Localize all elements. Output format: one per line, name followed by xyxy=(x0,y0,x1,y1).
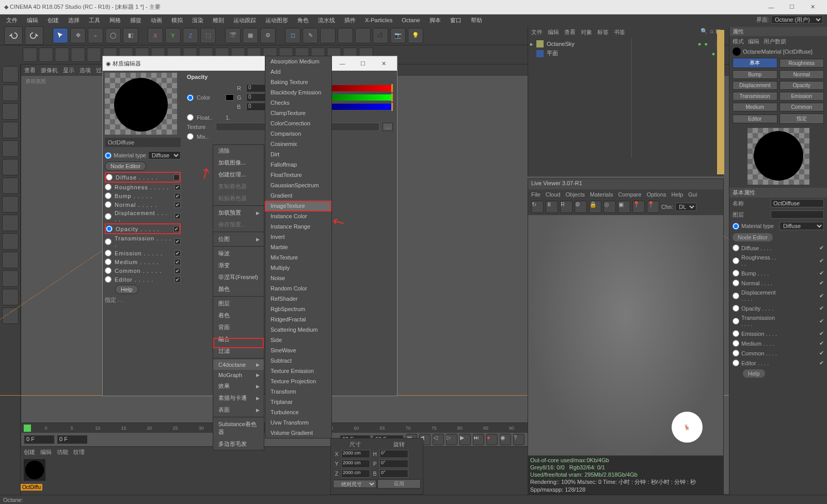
octane-btn-3[interactable] xyxy=(71,47,85,62)
mode-btn-3[interactable] xyxy=(2,122,19,138)
vptab-显示[interactable]: 显示 xyxy=(63,67,74,74)
ctx-清除[interactable]: 清除 xyxy=(213,145,264,157)
attrtab-基本[interactable]: 基本 xyxy=(733,58,777,68)
atab-用户数据[interactable]: 用户数据 xyxy=(764,38,786,45)
scale-tool[interactable]: ▫ xyxy=(88,28,103,43)
color-swatch[interactable] xyxy=(226,94,234,101)
tree-item-octanesky[interactable]: ▸OctaneSky●● xyxy=(530,39,722,48)
achannel-Normal[interactable]: Normal . . . .✔ xyxy=(729,278,827,288)
vptab-摄像机[interactable]: 摄像机 xyxy=(41,67,58,74)
omtab-书签[interactable]: 书签 xyxy=(614,28,625,36)
tree-item-plane[interactable]: 平面●● xyxy=(530,48,722,58)
mode-btn-0[interactable] xyxy=(2,66,19,83)
mode-btn-12[interactable] xyxy=(2,289,19,305)
mode-btn-5[interactable] xyxy=(2,159,19,175)
subctx-Turbulence[interactable]: Turbulence xyxy=(265,407,331,417)
subctx-Texture Emission[interactable]: Texture Emission xyxy=(265,366,331,376)
channel-opacity[interactable]: Opacity . . . . . xyxy=(105,223,181,234)
subctx-Random Color[interactable]: Random Color xyxy=(265,283,331,294)
lvmenu-Options[interactable]: Options xyxy=(647,191,666,198)
ctx-噪波[interactable]: 噪波 xyxy=(213,248,264,259)
mode-btn-8[interactable] xyxy=(2,215,19,231)
axis-y-toggle[interactable]: Y xyxy=(165,28,181,43)
subctx-Dirt[interactable]: Dirt xyxy=(265,149,331,159)
subctx-Invert[interactable]: Invert xyxy=(265,232,331,242)
subctx-Blackbody Emission[interactable]: Blackbody Emission xyxy=(265,87,331,97)
menu-帮助[interactable]: 帮助 xyxy=(467,15,486,25)
generator-2[interactable] xyxy=(338,28,353,43)
menu-插件[interactable]: 插件 xyxy=(340,15,360,25)
achannel-Editor[interactable]: Editor . . . .✔ xyxy=(729,358,827,368)
menu-动画[interactable]: 动画 xyxy=(147,15,166,25)
mattab-纹理[interactable]: 纹理 xyxy=(73,448,85,456)
dialog-close[interactable]: ✕ xyxy=(373,56,394,71)
lv-pin[interactable]: 📍 xyxy=(632,201,645,213)
cube-primitive[interactable]: ◻ xyxy=(285,28,300,43)
subctx-Instance Color[interactable]: Instance Color xyxy=(265,211,331,221)
achannel-Opacity[interactable]: Opacity . . . .✔ xyxy=(729,303,827,313)
attrs-type-select[interactable]: Diffuse xyxy=(780,222,824,230)
goto-end[interactable]: ⏭ xyxy=(473,434,484,445)
attrs-layer-input[interactable] xyxy=(771,210,824,219)
maximize-button[interactable]: ☐ xyxy=(782,0,802,14)
move-tool[interactable]: ✥ xyxy=(70,28,86,43)
step-fwd[interactable]: ▶ xyxy=(459,434,471,445)
subctx-Multiply[interactable]: Multiply xyxy=(265,263,331,273)
channel-transmission[interactable]: Transmission . . . . . xyxy=(105,234,181,249)
octane-btn-4[interactable] xyxy=(87,47,101,62)
ctx-Substance着色器[interactable]: Substance着色器 xyxy=(213,418,264,438)
subctx-Baking Texture[interactable]: Baking Texture xyxy=(265,77,331,87)
lv-restart[interactable]: R xyxy=(560,201,572,213)
b-field[interactable]: 0 xyxy=(246,103,267,111)
rotate-tool[interactable]: ◯ xyxy=(105,28,121,43)
subctx-Scattering Medium[interactable]: Scattering Medium xyxy=(265,324,331,335)
vptab-过[interactable]: 过 xyxy=(96,67,102,74)
material-thumb[interactable]: OctDiffu xyxy=(21,457,49,491)
octane-btn-1[interactable] xyxy=(39,47,53,62)
lvmenu-Gui[interactable]: Gui xyxy=(688,191,697,198)
attrtab-Displacement[interactable]: Displacement xyxy=(733,81,777,90)
rot-b[interactable]: 0° xyxy=(379,469,408,478)
mode-btn-4[interactable] xyxy=(2,140,19,157)
omtab-文件[interactable]: 文件 xyxy=(531,28,543,36)
channel-medium[interactable]: Medium . . . . . xyxy=(105,257,181,266)
coord-mode[interactable]: 绝对尺寸 xyxy=(333,480,376,488)
frame-start[interactable]: 0 F xyxy=(24,435,55,444)
float-field[interactable]: 1. xyxy=(226,115,241,121)
menu-渲染[interactable]: 渲染 xyxy=(188,15,208,25)
close-button[interactable]: ✕ xyxy=(802,0,823,14)
ctx-效果[interactable]: 效果▶ xyxy=(213,380,264,392)
menu-编辑[interactable]: 编辑 xyxy=(23,15,42,25)
lv-region[interactable]: ▣ xyxy=(618,201,630,213)
mode-btn-10[interactable] xyxy=(2,252,19,268)
ctx-表面[interactable]: 表面▶ xyxy=(213,404,264,416)
material-preview[interactable] xyxy=(105,73,177,135)
redo-button[interactable] xyxy=(25,26,43,45)
deformer[interactable] xyxy=(355,28,371,43)
subctx-RidgedFractal[interactable]: RidgedFractal xyxy=(265,314,331,324)
subctx-Absorption Medium[interactable]: Absorption Medium xyxy=(265,56,331,67)
achannel-Bump[interactable]: Bump . . . .✔ xyxy=(729,268,827,278)
size-y[interactable]: 2000 cm xyxy=(341,460,370,468)
subctx-Cosinemix[interactable]: Cosinemix xyxy=(265,139,331,149)
omtab-标签[interactable]: 标签 xyxy=(597,28,609,36)
attrtab-Normal[interactable]: Normal xyxy=(780,70,824,79)
mode-btn-1[interactable] xyxy=(2,85,19,101)
lvmenu-Compare[interactable]: Compare xyxy=(618,191,641,198)
channel-editor[interactable]: Editor . . . . . xyxy=(105,275,181,284)
ctx-着色[interactable]: 着色 xyxy=(213,310,264,321)
menu-雕刻[interactable]: 雕刻 xyxy=(209,15,228,25)
play-fwd[interactable]: ▷ xyxy=(446,434,457,445)
subctx-Comparison[interactable]: Comparison xyxy=(265,128,331,139)
achannel-Roughness[interactable]: Roughness . . . .✔ xyxy=(729,253,827,268)
channel-normal[interactable]: Normal . . . . . xyxy=(105,200,181,209)
mode-btn-2[interactable] xyxy=(2,103,19,120)
lv-focus[interactable]: ◎ xyxy=(603,201,616,213)
attrs-node-editor[interactable]: Node Editor xyxy=(733,233,773,241)
attrtab-指定[interactable]: 指定 xyxy=(780,113,824,124)
mode-btn-6[interactable] xyxy=(2,177,19,194)
menu-流水线[interactable]: 流水线 xyxy=(314,15,339,25)
float-radio[interactable] xyxy=(187,114,194,121)
frame-cur[interactable]: 0 F xyxy=(57,435,88,444)
layout-dropdown[interactable]: Octane (用户) xyxy=(771,15,823,24)
